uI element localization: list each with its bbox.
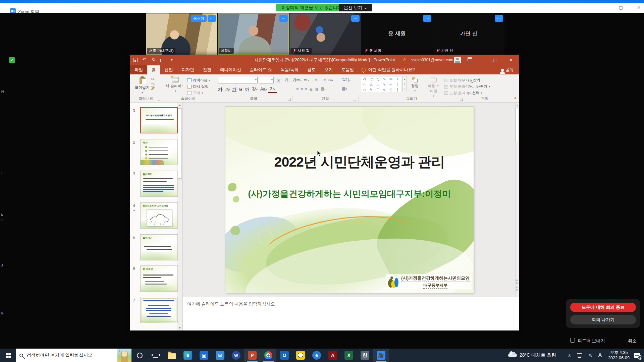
taskbar-file-explorer[interactable] <box>164 349 180 362</box>
increase-indent-button[interactable]: →≡ <box>318 77 327 83</box>
slide-thumbnail-1[interactable]: 2022년 시민단체운영과 관리 <box>140 107 178 133</box>
video-tile-participant-4[interactable]: ⋯ 윤 세원 윤 세원 <box>361 13 433 55</box>
taskbar-powerpoint[interactable]: P <box>244 349 260 362</box>
video-tile-participant-3[interactable]: ⋯ 시원 김 <box>289 13 361 55</box>
taskbar-mail[interactable]: ✉ <box>212 349 228 362</box>
font-name-combo[interactable] <box>218 77 258 83</box>
more-options-button[interactable]: ⋯ <box>351 15 360 22</box>
account-avatar[interactable] <box>454 57 461 63</box>
taskbar-kakaotalk[interactable]: 💬 <box>292 349 309 362</box>
powerpoint-titlebar[interactable]: 시민단체운영과 관리(2022년 대구대특강)[Compatibility Mo… <box>130 55 519 65</box>
shape-effects-button[interactable]: 도형 효과▾ <box>444 90 472 96</box>
end-meeting-for-all-button[interactable]: 모두에 대해 회의 종료 <box>570 303 636 312</box>
share-button[interactable]: 공유 <box>496 65 519 74</box>
tell-me-box[interactable]: 어떤 작업을 원하시나요? <box>358 65 418 74</box>
taskbar-search[interactable]: 검색하려면 여기에 입력하십시오 <box>16 349 131 362</box>
tab-file[interactable]: 파일 <box>130 65 147 74</box>
ime-indicator[interactable]: A <box>595 352 605 358</box>
slide-thumbnail-5[interactable]: 들어가기 <box>140 234 178 260</box>
font-size-combo[interactable] <box>259 77 274 83</box>
mute-button[interactable]: 음소거 <box>191 15 207 22</box>
tab-review[interactable]: 검토 <box>303 65 320 74</box>
redo-icon[interactable]: ↻ <box>151 57 156 62</box>
feedback-checkbox[interactable] <box>570 338 575 343</box>
taskbar-photos[interactable]: ▣ <box>196 349 212 362</box>
taskbar-zoom[interactable]: 🎥 <box>373 349 389 362</box>
paragraph-dialog-launcher[interactable] <box>354 98 356 101</box>
previous-slide-button[interactable]: ∧∧ <box>515 279 519 284</box>
font-color-button[interactable]: 가▾ <box>268 86 277 93</box>
more-options-button[interactable]: ⋯ <box>495 15 503 22</box>
slide-thumbnail-2[interactable]: 목차 <box>140 139 178 165</box>
drawing-dialog-launcher[interactable] <box>460 98 463 101</box>
notes-placeholder[interactable]: 여기에 슬라이드 노트의 내용을 입력하십시오 <box>187 301 275 307</box>
text-direction-button[interactable]: ⇅가▾ <box>341 77 352 83</box>
tab-slideshow[interactable]: 슬라이드 쇼 <box>246 65 276 74</box>
shape-fill-button[interactable]: 도형 채우기▾ <box>444 77 472 83</box>
taskbar-hancom[interactable]: 한 <box>357 349 373 362</box>
bold-button[interactable]: 가 <box>217 86 224 93</box>
video-tile-participant-5[interactable]: ⋯ 가연 신 가연 신 <box>433 13 504 55</box>
decrease-indent-button[interactable]: ←≡ <box>310 77 318 83</box>
tab-record[interactable]: 녹음/녹화 <box>276 65 303 74</box>
weather-cloud-icon[interactable] <box>508 353 517 357</box>
shapes-scrollbar[interactable]: ▴▾▿ <box>402 76 407 92</box>
character-spacing-button[interactable]: 갛▾ <box>251 86 259 93</box>
align-right-button[interactable]: ≡ <box>304 86 308 93</box>
warning-icon[interactable]: ⚠ <box>402 57 407 62</box>
numbering-button[interactable]: ≕▾ <box>303 77 310 83</box>
tab-animations[interactable]: 애니메이션 <box>216 65 246 74</box>
task-view-button[interactable] <box>148 349 164 362</box>
more-options-button[interactable]: ⋯ <box>423 15 431 22</box>
reset-button[interactable]: 다시 설정 <box>187 83 210 90</box>
notification-center-icon[interactable]: 3 <box>634 353 640 358</box>
video-tile-participant-1[interactable]: 음소거 ⋯ 서종수(대구대) <box>146 13 217 55</box>
slide-thumbnail-6[interactable]: 본 교육은 <box>140 265 178 292</box>
tab-home[interactable]: 홈 <box>147 65 160 74</box>
tab-design[interactable]: 디자인 <box>177 65 199 74</box>
align-center-button[interactable]: ≡ <box>300 86 304 93</box>
slide-title[interactable]: 2022년 시민단체운영과 관리 <box>250 153 469 171</box>
align-left-button[interactable]: ≡ <box>295 86 300 93</box>
line-spacing-button[interactable]: ↕≡▾ <box>327 77 334 83</box>
arrange-button[interactable]: 정렬▾ <box>411 77 419 93</box>
taskbar-edge[interactable]: e <box>180 349 196 362</box>
strikethrough-button[interactable]: S <box>238 86 244 93</box>
tab-help[interactable]: 도움말 <box>337 65 359 74</box>
cortana-button[interactable] <box>131 349 148 362</box>
show-hidden-icons[interactable]: ∧ <box>565 353 574 358</box>
smartart-convert-button[interactable]: ▦▾ <box>341 85 352 92</box>
start-button[interactable] <box>0 349 16 362</box>
taskbar-chrome[interactable] <box>260 349 276 362</box>
pen-icon[interactable]: ✎ <box>585 353 595 358</box>
slide-thumbnail-4[interactable]: 한선으로 따라 그려보세요 <box>140 202 178 229</box>
shapes-gallery[interactable]: 가가╲⇘▭○ ▭△∟↳⇨⇩ ◇✎⌒∿{} <box>361 76 401 92</box>
justify-button[interactable]: ≣ <box>308 86 314 93</box>
copy-icon[interactable] <box>151 83 154 86</box>
select-button[interactable]: ▷선택▾ <box>468 90 490 96</box>
columns-button[interactable]: ▥ <box>314 86 319 93</box>
taskbar-internet-explorer[interactable]: e <box>309 349 325 362</box>
tab-view[interactable]: 보기 <box>320 65 337 74</box>
replace-button[interactable]: 가↔바꾸기▾ <box>468 83 490 90</box>
weather-text[interactable]: 28°C 대체로 흐림 <box>520 352 556 358</box>
panel-scroll-up[interactable]: ▲ <box>177 103 182 108</box>
panel-scrollbar-thumb[interactable] <box>178 108 182 179</box>
ppt-minimize-button[interactable]: — <box>473 55 484 65</box>
view-options-button[interactable]: 옵션 보기 ⌄ <box>339 4 372 11</box>
ribbon-display-options-icon[interactable] <box>468 57 472 61</box>
video-tile-participant-2[interactable]: ⋯ 이정미 <box>218 13 289 55</box>
collapse-ribbon-button[interactable]: ∧ <box>514 96 517 100</box>
new-slide-button[interactable]: 새 슬라이드▾ <box>166 77 185 93</box>
cut-icon[interactable]: ✂ <box>151 77 154 81</box>
slide-thumbnail-3[interactable]: 들어가기 <box>140 171 178 197</box>
zoom-minimize-button[interactable]: — <box>598 4 607 11</box>
panel-scroll-down[interactable]: ▼ <box>177 325 182 330</box>
taskbar-outlook[interactable]: O <box>276 349 292 362</box>
network-icon[interactable] <box>574 353 585 358</box>
scroll-up-arrow[interactable]: ▲ <box>515 103 519 108</box>
clipboard-dialog-launcher[interactable] <box>158 98 160 101</box>
taskbar-whale-browser[interactable]: w <box>228 349 244 362</box>
more-options-button[interactable]: ⋯ <box>279 15 288 22</box>
search-highlight-icon[interactable] <box>117 349 131 362</box>
